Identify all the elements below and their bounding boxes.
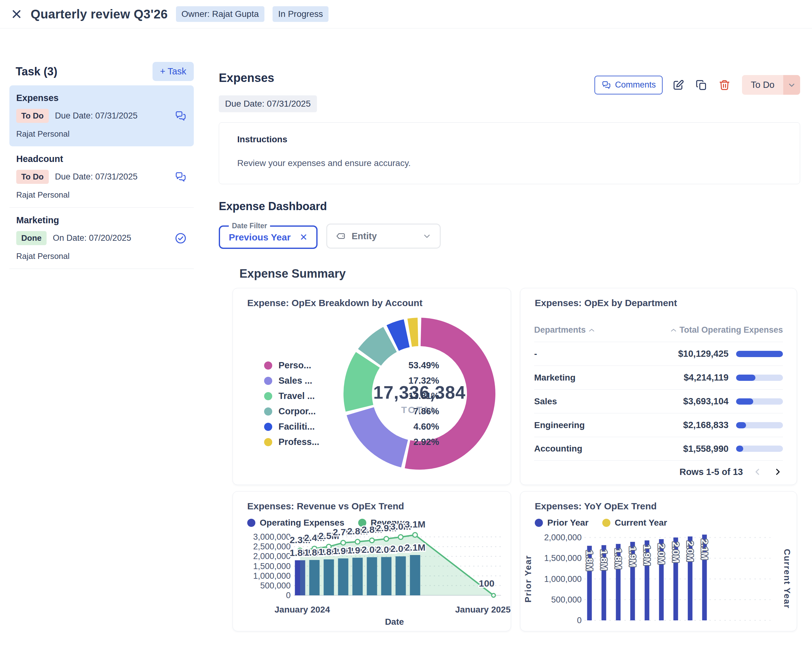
comments-button[interactable]: Comments xyxy=(594,76,663,95)
chart-title: Expenses: OpEx by Department xyxy=(535,298,677,308)
svg-text:1,000,000: 1,000,000 xyxy=(253,571,291,581)
chevron-down-icon xyxy=(422,231,432,241)
task-sidebar: Task (3) + Task Expenses To Do Due Date:… xyxy=(9,62,194,269)
comments-icon xyxy=(601,80,611,90)
task-status-select[interactable]: To Do xyxy=(742,75,800,95)
task-actions: Comments To Do xyxy=(594,75,800,95)
task-title: Headcount xyxy=(16,154,187,164)
department-name: Sales xyxy=(534,396,557,406)
legend-label: Profess... xyxy=(278,437,319,447)
rows-range-label: Rows 1-5 of 13 xyxy=(679,467,743,477)
legend-dot xyxy=(264,361,272,370)
task-owner: Rajat Personal xyxy=(16,129,187,139)
task-date: Due Date: 07/31/2025 xyxy=(55,172,137,182)
delete-button[interactable] xyxy=(717,78,732,93)
svg-text:0: 0 xyxy=(577,616,582,625)
entity-filter[interactable]: Entity xyxy=(326,223,441,249)
bar-label: 2.0M xyxy=(685,541,695,562)
department-bar xyxy=(736,351,783,357)
date-filter[interactable]: Date Filter Previous Year ✕ xyxy=(219,222,317,249)
svg-text:1,500,000: 1,500,000 xyxy=(544,553,582,563)
donut-legend: Perso...53.49% Sales ...17.32% Travel ..… xyxy=(264,360,439,452)
bar-label: 2.0M xyxy=(671,542,681,563)
legend-dot xyxy=(264,423,272,431)
instructions-label: Instructions xyxy=(237,134,782,144)
svg-text:100: 100 xyxy=(479,578,495,588)
task-title: Expenses xyxy=(16,93,187,103)
table-row: Accounting $1,558,990 xyxy=(534,437,783,461)
table-row: - $10,129,425 xyxy=(534,342,783,365)
column-header-total-opex[interactable]: Total Operating Expenses xyxy=(671,325,783,335)
svg-text:0: 0 xyxy=(286,591,291,600)
instructions-card: Instructions Review your expenses and en… xyxy=(219,122,800,184)
task-status-badge: To Do xyxy=(16,170,49,184)
bar-label: 1.8M xyxy=(613,549,624,569)
revenue-point xyxy=(341,540,346,545)
svg-text:January 2025: January 2025 xyxy=(455,605,510,614)
legend-label: Corpor... xyxy=(278,406,316,417)
legend-percent: 53.49% xyxy=(409,360,439,371)
bar-label: 1.8M xyxy=(585,550,595,571)
chevron-right-icon xyxy=(773,467,782,477)
opex-by-department-card: Expenses: OpEx by Department Departments… xyxy=(520,288,797,485)
task-detail-title: Expenses xyxy=(219,71,317,85)
trash-icon xyxy=(718,79,731,91)
opex-breakdown-card: Expense: OpEx Breakdown by Account 17,33… xyxy=(232,288,511,485)
legend-dot xyxy=(264,392,272,400)
task-owner: Rajat Personal xyxy=(16,190,187,200)
task-list-header: Task (3) + Task xyxy=(9,62,194,81)
legend-percent: 13.81% xyxy=(409,391,439,401)
department-name: Marketing xyxy=(534,373,575,383)
svg-text:Date: Date xyxy=(385,617,404,627)
next-page-button[interactable] xyxy=(772,466,783,477)
legend-label: Faciliti... xyxy=(278,422,315,432)
duplicate-button[interactable] xyxy=(694,78,709,93)
bar-label: 1.9M xyxy=(642,545,652,565)
column-header-departments[interactable]: Departments xyxy=(534,325,594,335)
department-bar xyxy=(736,374,783,381)
department-name: Accounting xyxy=(534,444,582,454)
legend-item: Corpor...7.86% xyxy=(264,406,439,417)
comments-icon[interactable] xyxy=(174,110,187,122)
task-card-marketing[interactable]: Marketing Done On Date: 07/20/2025 Rajat… xyxy=(9,208,194,269)
edit-button[interactable] xyxy=(671,78,686,93)
revenue-point xyxy=(356,539,360,544)
task-owner: Rajat Personal xyxy=(16,251,187,261)
table-pagination: Rows 1-5 of 13 xyxy=(679,466,783,477)
left-axis-title: Prior Year xyxy=(523,555,533,602)
add-task-button[interactable]: + Task xyxy=(153,62,194,81)
svg-text:1,500,000: 1,500,000 xyxy=(253,562,291,571)
dashboard-filters: Date Filter Previous Year ✕ Entity xyxy=(219,222,800,249)
clear-filter-icon[interactable]: ✕ xyxy=(299,232,309,242)
legend-item: Profess...2.92% xyxy=(264,437,439,447)
bar-label: 1.8M xyxy=(599,550,609,571)
task-detail-panel: Expenses Due Date: 07/31/2025 Comments xyxy=(219,0,800,631)
table-row: Sales $3,693,104 xyxy=(534,389,783,413)
task-date: Due Date: 07/31/2025 xyxy=(55,111,137,121)
task-title: Marketing xyxy=(16,215,187,225)
svg-text:2,500,000: 2,500,000 xyxy=(253,542,291,551)
task-list-title: Task (3) xyxy=(15,65,57,78)
instructions-text: Review your expenses and ensure accuracy… xyxy=(237,158,782,168)
date-filter-label: Date Filter xyxy=(229,222,270,230)
task-card-expenses[interactable]: Expenses To Do Due Date: 07/31/2025 Raja… xyxy=(9,86,194,146)
department-bar xyxy=(736,422,783,428)
task-status-badge: Done xyxy=(16,231,47,245)
table-header: Departments Total Operating Expenses xyxy=(534,325,783,342)
yoy-opex-chart: 2,000,0001,500,0001,000,000500,00001.8M1… xyxy=(520,492,797,631)
chart-title: Expense: OpEx Breakdown by Account xyxy=(247,298,423,308)
task-card-headcount[interactable]: Headcount To Do Due Date: 07/31/2025 Raj… xyxy=(9,146,194,208)
legend-percent: 17.32% xyxy=(409,376,439,386)
donut-slice xyxy=(408,318,418,347)
close-icon[interactable] xyxy=(11,8,23,20)
task-date: On Date: 07/20/2025 xyxy=(53,233,131,243)
prev-page-button[interactable] xyxy=(752,466,763,477)
column-label: Departments xyxy=(534,325,586,335)
comments-icon[interactable] xyxy=(174,171,187,183)
sort-caret-icon xyxy=(589,328,594,332)
department-bar xyxy=(736,446,783,452)
svg-text:500,000: 500,000 xyxy=(260,581,291,590)
revenue-point xyxy=(413,532,418,537)
department-value: $10,129,425 xyxy=(678,348,728,359)
table-row: Marketing $4,214,119 xyxy=(534,365,783,389)
